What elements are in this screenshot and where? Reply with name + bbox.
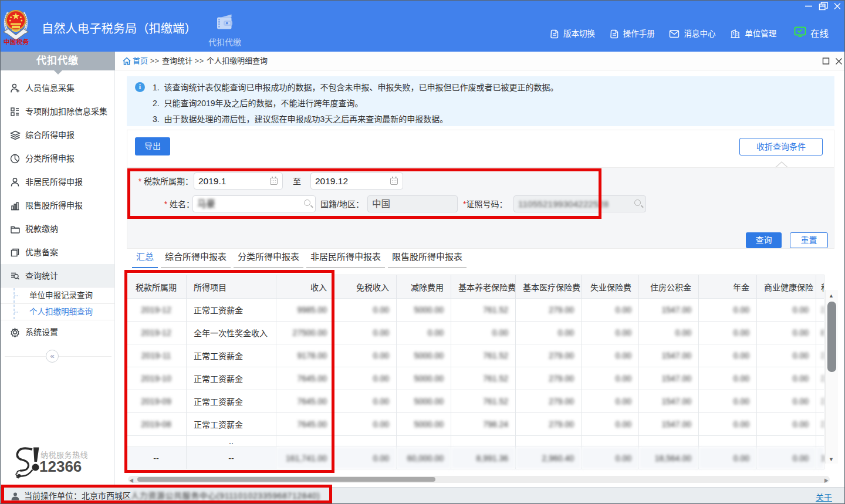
- svg-text:中国税务: 中国税务: [4, 38, 29, 45]
